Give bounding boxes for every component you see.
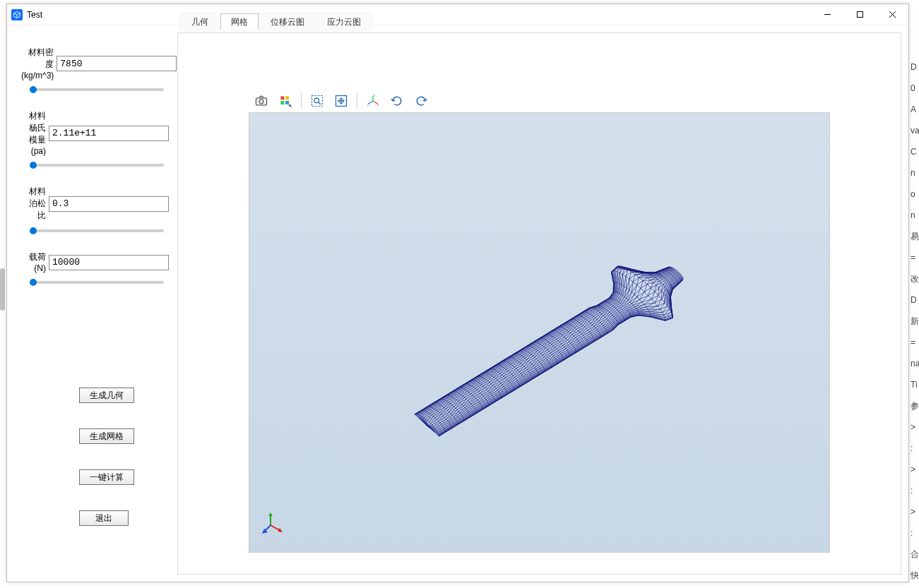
svg-rect-6 xyxy=(285,101,289,104)
density-input[interactable] xyxy=(57,56,177,71)
svg-text:x: x xyxy=(377,102,379,107)
svg-text:z: z xyxy=(374,94,376,97)
tab-stress-cloud[interactable]: 应力云图 xyxy=(316,13,372,30)
background-text-fragments: D0AvaCnon易=改D新=naTi参> :> :> :合快> |E xyxy=(911,0,919,588)
color-grid-icon[interactable] xyxy=(275,91,295,111)
mesh-render xyxy=(321,179,759,475)
close-button[interactable] xyxy=(876,4,908,25)
param-row-poisson: 材料泊松比 xyxy=(21,186,169,222)
toolbar-separator xyxy=(301,93,302,109)
svg-rect-8 xyxy=(312,96,323,107)
poisson-slider[interactable] xyxy=(30,229,164,232)
svg-rect-0 xyxy=(857,12,862,18)
svg-text:y: y xyxy=(367,102,369,107)
fit-view-icon[interactable] xyxy=(331,91,351,111)
maximize-button[interactable] xyxy=(843,4,876,25)
parameters-panel: 材料密度(kg/m^3) 材料杨氏模量(pa) 材料泊松比 载荷(N) xyxy=(14,32,173,575)
svg-point-9 xyxy=(314,98,319,103)
rotate-ccw-icon[interactable] xyxy=(411,91,431,111)
viewer-area: z x y xyxy=(249,83,830,553)
main-window: Test 材料密度(kg/m^3) 材料杨氏模量(pa) xyxy=(6,4,909,582)
param-row-density: 材料密度(kg/m^3) xyxy=(21,47,169,80)
svg-rect-4 xyxy=(285,96,289,100)
svg-rect-5 xyxy=(280,101,284,104)
youngs-slider-wrap xyxy=(21,159,169,169)
tabs-row: 几何 网格 位移云图 应力云图 xyxy=(178,12,373,32)
minimize-button[interactable] xyxy=(811,4,843,25)
tab-mesh[interactable]: 网格 xyxy=(220,13,259,30)
window-title: Test xyxy=(27,10,42,20)
tab-geometry[interactable]: 几何 xyxy=(181,13,219,30)
titlebar[interactable]: Test xyxy=(7,4,908,25)
generate-mesh-button[interactable]: 生成网格 xyxy=(79,428,134,444)
youngs-input[interactable] xyxy=(49,126,169,141)
param-row-load: 载荷(N) xyxy=(21,251,169,273)
mesh-viewport[interactable] xyxy=(249,112,830,553)
tab-strip: 几何 网格 位移云图 应力云图 xyxy=(178,33,901,54)
load-slider[interactable] xyxy=(30,281,164,284)
svg-rect-3 xyxy=(280,96,284,100)
background-scrollbar[interactable] xyxy=(0,268,5,311)
client-area: 材料密度(kg/m^3) 材料杨氏模量(pa) 材料泊松比 载荷(N) xyxy=(7,25,908,582)
svg-point-2 xyxy=(259,100,263,104)
param-row-youngs: 材料杨氏模量(pa) xyxy=(21,110,169,156)
svg-marker-14 xyxy=(268,512,273,516)
axes-triad-icon[interactable]: z x y xyxy=(363,91,383,111)
poisson-label: 材料泊松比 xyxy=(21,186,49,222)
camera-icon[interactable] xyxy=(251,91,271,111)
toolbar-separator-2 xyxy=(357,93,357,109)
load-input[interactable] xyxy=(49,255,169,270)
load-slider-wrap xyxy=(21,276,169,286)
app-icon xyxy=(11,9,23,20)
action-buttons-column: 生成几何 生成网格 一键计算 退出 xyxy=(21,388,169,526)
orientation-triad-icon xyxy=(262,512,283,534)
poisson-slider-wrap xyxy=(21,224,169,234)
exit-button[interactable]: 退出 xyxy=(79,510,129,526)
poisson-input[interactable] xyxy=(49,196,169,212)
viewer-toolbar: z x y xyxy=(249,90,434,112)
viewer-panel: 几何 网格 位移云图 应力云图 xyxy=(177,32,901,575)
youngs-slider[interactable] xyxy=(30,164,164,167)
box-zoom-icon[interactable] xyxy=(307,91,327,111)
rotate-cw-icon[interactable] xyxy=(387,91,407,111)
tab-displacement-cloud[interactable]: 位移云图 xyxy=(260,13,315,30)
density-slider[interactable] xyxy=(30,88,164,91)
density-label: 材料密度(kg/m^3) xyxy=(21,47,57,80)
density-slider-wrap xyxy=(21,83,169,93)
youngs-label: 材料杨氏模量(pa) xyxy=(21,110,49,156)
load-label: 载荷(N) xyxy=(21,251,49,273)
generate-geometry-button[interactable]: 生成几何 xyxy=(79,388,134,403)
compute-button[interactable]: 一键计算 xyxy=(79,469,134,485)
